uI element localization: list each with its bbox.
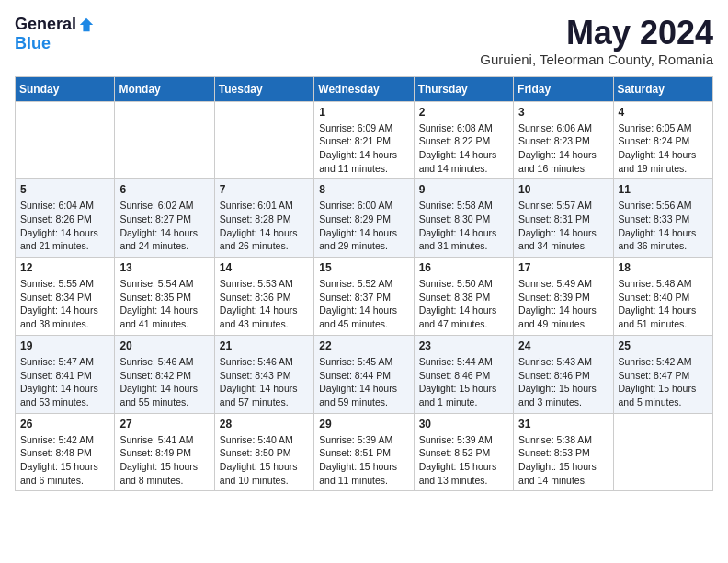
- day-info-line: Sunrise: 5:39 AM: [419, 433, 508, 447]
- day-info-line: Daylight: 15 hours: [619, 382, 708, 396]
- day-number: 19: [20, 339, 109, 352]
- day-info-line: Daylight: 14 hours: [419, 226, 508, 240]
- calendar-cell: [214, 101, 313, 179]
- day-number: 5: [20, 183, 109, 196]
- day-info-line: Sunrise: 5:50 AM: [419, 277, 508, 291]
- day-number: 6: [119, 183, 209, 196]
- day-number: 3: [518, 106, 608, 119]
- calendar-cell: 30Sunrise: 5:39 AMSunset: 8:52 PMDayligh…: [414, 413, 513, 491]
- day-info-line: Sunrise: 5:54 AM: [119, 277, 209, 291]
- calendar-cell: 9Sunrise: 5:58 AMSunset: 8:30 PMDaylight…: [414, 179, 513, 258]
- calendar-cell: 29Sunrise: 5:39 AMSunset: 8:51 PMDayligh…: [314, 413, 414, 491]
- day-info-line: and 8 minutes.: [119, 474, 209, 488]
- day-info-line: Sunset: 8:30 PM: [419, 213, 508, 226]
- calendar-cell: 6Sunrise: 6:02 AMSunset: 8:27 PMDaylight…: [115, 179, 214, 258]
- day-info-line: and 53 minutes.: [20, 396, 109, 409]
- day-info-line: and 16 minutes.: [518, 162, 608, 176]
- calendar-cell: 22Sunrise: 5:45 AMSunset: 8:44 PMDayligh…: [314, 335, 414, 413]
- day-info-line: and 43 minutes.: [220, 317, 309, 331]
- day-info-line: Sunrise: 5:53 AM: [220, 277, 309, 291]
- day-info-line: Sunrise: 5:47 AM: [20, 355, 109, 369]
- calendar-cell: [613, 413, 712, 491]
- day-info-line: Sunrise: 5:42 AM: [619, 355, 708, 369]
- calendar: SundayMondayTuesdayWednesdayThursdayFrid…: [15, 76, 713, 492]
- day-info-line: Sunset: 8:24 PM: [619, 134, 708, 148]
- day-info-line: Daylight: 14 hours: [20, 304, 109, 317]
- day-number: 27: [119, 418, 209, 431]
- svg-marker-0: [80, 17, 93, 30]
- day-number: 24: [518, 339, 608, 352]
- day-info-line: and 57 minutes.: [220, 396, 309, 409]
- day-info-line: and 55 minutes.: [119, 396, 209, 409]
- calendar-cell: 18Sunrise: 5:48 AMSunset: 8:40 PMDayligh…: [613, 258, 712, 336]
- day-number: 2: [419, 106, 508, 119]
- day-info-line: and 6 minutes.: [20, 474, 109, 488]
- day-info-line: Daylight: 15 hours: [419, 382, 508, 396]
- day-info-line: and 45 minutes.: [319, 317, 408, 331]
- title-block: May 2024 Guruieni, Teleorman County, Rom…: [480, 15, 713, 67]
- calendar-week-row: 5Sunrise: 6:04 AMSunset: 8:26 PMDaylight…: [16, 179, 713, 258]
- day-info-line: Sunrise: 5:46 AM: [119, 355, 209, 369]
- calendar-cell: 2Sunrise: 6:08 AMSunset: 8:22 PMDaylight…: [414, 101, 513, 179]
- day-info-line: Sunrise: 6:00 AM: [319, 199, 408, 213]
- day-number: 10: [518, 183, 608, 196]
- day-info-line: Sunset: 8:46 PM: [518, 369, 608, 383]
- calendar-week-row: 26Sunrise: 5:42 AMSunset: 8:48 PMDayligh…: [16, 413, 713, 491]
- calendar-cell: 1Sunrise: 6:09 AMSunset: 8:21 PMDaylight…: [314, 101, 414, 179]
- day-info-line: Sunset: 8:38 PM: [419, 291, 508, 304]
- day-info-line: and 59 minutes.: [319, 396, 408, 409]
- day-info-line: and 34 minutes.: [518, 239, 608, 253]
- day-info-line: and 14 minutes.: [518, 474, 608, 488]
- day-info-line: Sunrise: 5:40 AM: [220, 433, 309, 447]
- logo-general: General: [15, 15, 76, 34]
- day-info-line: Sunset: 8:52 PM: [419, 446, 508, 460]
- calendar-week-row: 19Sunrise: 5:47 AMSunset: 8:41 PMDayligh…: [16, 335, 713, 413]
- day-info-line: Daylight: 15 hours: [518, 460, 608, 474]
- day-number: 13: [119, 261, 209, 274]
- day-info-line: Sunset: 8:23 PM: [518, 134, 608, 148]
- calendar-cell: 8Sunrise: 6:00 AMSunset: 8:29 PMDaylight…: [314, 179, 414, 258]
- day-info-line: Sunset: 8:53 PM: [518, 446, 608, 460]
- day-number: 8: [319, 183, 408, 196]
- day-info-line: Daylight: 14 hours: [20, 382, 109, 396]
- day-info-line: Sunset: 8:42 PM: [119, 369, 209, 383]
- day-info-line: Sunset: 8:27 PM: [119, 213, 209, 226]
- day-info-line: Sunset: 8:37 PM: [319, 291, 408, 304]
- day-info-line: Sunrise: 5:41 AM: [119, 433, 209, 447]
- day-info-line: Daylight: 14 hours: [319, 148, 408, 162]
- calendar-cell: 17Sunrise: 5:49 AMSunset: 8:39 PMDayligh…: [514, 258, 613, 336]
- day-number: 14: [220, 261, 309, 274]
- day-info-line: and 21 minutes.: [20, 239, 109, 253]
- day-info-line: and 19 minutes.: [619, 162, 708, 176]
- day-number: 9: [419, 183, 508, 196]
- day-info-line: Sunrise: 6:06 AM: [518, 121, 608, 135]
- calendar-week-row: 1Sunrise: 6:09 AMSunset: 8:21 PMDaylight…: [16, 101, 713, 179]
- day-info-line: Sunrise: 6:08 AM: [419, 121, 508, 135]
- day-info-line: Daylight: 14 hours: [319, 226, 408, 240]
- day-info-line: Daylight: 14 hours: [220, 382, 309, 396]
- day-number: 11: [619, 183, 708, 196]
- day-info-line: Daylight: 14 hours: [319, 304, 408, 317]
- day-info-line: Sunrise: 6:05 AM: [619, 121, 708, 135]
- calendar-cell: 26Sunrise: 5:42 AMSunset: 8:48 PMDayligh…: [16, 413, 115, 491]
- day-info-line: Sunrise: 6:09 AM: [319, 121, 408, 135]
- day-info-line: Daylight: 14 hours: [419, 304, 508, 317]
- day-info-line: Sunrise: 5:42 AM: [20, 433, 109, 447]
- day-number: 23: [419, 339, 508, 352]
- day-info-line: Daylight: 14 hours: [119, 226, 209, 240]
- weekday-header-friday: Friday: [514, 76, 613, 101]
- day-info-line: and 11 minutes.: [319, 162, 408, 176]
- calendar-cell: 4Sunrise: 6:05 AMSunset: 8:24 PMDaylight…: [613, 101, 712, 179]
- calendar-cell: 3Sunrise: 6:06 AMSunset: 8:23 PMDaylight…: [514, 101, 613, 179]
- day-number: 1: [319, 106, 408, 119]
- day-info-line: Daylight: 15 hours: [319, 460, 408, 474]
- calendar-cell: 20Sunrise: 5:46 AMSunset: 8:42 PMDayligh…: [115, 335, 214, 413]
- day-info-line: and 3 minutes.: [518, 396, 608, 409]
- day-info-line: Daylight: 14 hours: [619, 226, 708, 240]
- logo-icon: [78, 17, 95, 33]
- calendar-cell: 21Sunrise: 5:46 AMSunset: 8:43 PMDayligh…: [214, 335, 313, 413]
- day-info-line: Sunset: 8:33 PM: [619, 213, 708, 226]
- day-info-line: Sunrise: 5:55 AM: [20, 277, 109, 291]
- calendar-cell: 27Sunrise: 5:41 AMSunset: 8:49 PMDayligh…: [115, 413, 214, 491]
- day-info-line: and 31 minutes.: [419, 239, 508, 253]
